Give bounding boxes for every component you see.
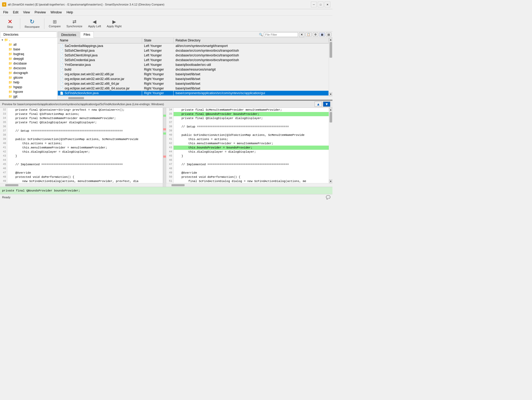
table-row[interactable]: 📄SaCredentialMappings.javaLeft Youngeral…: [58, 43, 329, 48]
table-row[interactable]: 📄YmlGenerator.javaLeft Youngerbase/q/boo…: [58, 62, 329, 67]
line-number: 43: [166, 146, 174, 150]
file-state-cell: Right Younger: [142, 77, 173, 81]
right-scroll-down[interactable]: ▼: [329, 179, 333, 183]
table-row[interactable]: 📄ScFindActionAction.javaRight Youngerbas…: [58, 91, 329, 95]
menu-window[interactable]: Window: [49, 10, 64, 15]
sidebar-item-root[interactable]: ▼ 📁 .: [0, 38, 58, 42]
line-number: 41: [0, 146, 7, 150]
right-vscrollbar[interactable]: ▲ ▼: [329, 108, 332, 183]
file-name-cell: 📄SdSshClientUiImpl.java: [58, 53, 142, 58]
file-hscrollbar[interactable]: [58, 96, 332, 100]
sidebar-item-hgcore[interactable]: 📁 hgcore: [0, 89, 58, 94]
sidebar-item-deepgit[interactable]: 📁 deepgit: [0, 56, 58, 61]
filter-option-3[interactable]: ▦: [319, 33, 325, 36]
diff-right-pane[interactable]: 34 private final ScMenuItemNameProvider …: [166, 108, 329, 183]
bottom-bar: private final QBoundsProvider boundsProv…: [0, 187, 332, 194]
sidebar-item-jgit[interactable]: 📁 jgit: [0, 94, 58, 98]
sidebar-item-base[interactable]: 📁 base: [0, 47, 58, 52]
scroll-up-button[interactable]: ▲: [329, 38, 333, 41]
table-row[interactable]: 📄org.eclipse.swt.win32.win32.x86.jarRigh…: [58, 72, 329, 77]
sidebar-item-dvcsgraph[interactable]: 📁 dvcsgraph: [0, 71, 58, 75]
line-content: protected void doPerformAction() {: [7, 175, 163, 179]
diff-line-left: 37 // Setup ============================…: [0, 129, 163, 133]
file-filter-input[interactable]: [264, 32, 298, 37]
menu-view[interactable]: View: [21, 10, 32, 15]
close-button[interactable]: ✕: [325, 2, 330, 7]
left-hscrollbar[interactable]: [0, 183, 163, 187]
file-state-cell: Right Younger: [142, 91, 173, 95]
col-name[interactable]: Name: [58, 38, 142, 43]
right-scroll-thumb[interactable]: [330, 112, 332, 122]
stop-button[interactable]: ✕ Stop: [2, 17, 18, 30]
sidebar-item-help[interactable]: 📁 help: [0, 80, 58, 85]
synchronize-button[interactable]: ⇄ Synchronize: [64, 17, 85, 30]
tab-directories[interactable]: Directories: [58, 32, 80, 38]
line-content: }: [174, 154, 329, 158]
line-number: 48: [166, 167, 174, 171]
line-content: private final QDialogDisplayer dialogDis…: [7, 120, 163, 125]
line-content: public ScFindActionAction(QIdToActionMap…: [174, 133, 329, 137]
menu-file[interactable]: File: [1, 10, 10, 15]
line-number: 37: [0, 129, 7, 133]
line-content: this.boundsProvider = boundsProvider;: [174, 146, 329, 150]
filter-option-4[interactable]: ▤: [326, 33, 331, 36]
status-icon: 💬: [326, 195, 330, 199]
folder-icon: 📁: [8, 71, 12, 75]
table-row[interactable]: 📄SdSshClientImpl.javaLeft Youngerdvcsbas…: [58, 48, 329, 53]
diff-line-left: 40 this.actions = actions;: [0, 141, 163, 146]
scroll-thumb[interactable]: [330, 42, 332, 58]
right-hscrollbar[interactable]: [166, 183, 329, 187]
diff-line-left: 44: [0, 158, 163, 162]
directories-tab[interactable]: Directories: [0, 31, 57, 38]
sidebar-item-hgapp[interactable]: 📁 hgapp: [0, 85, 58, 89]
sidebar-item-dvcsbase[interactable]: 📁 dvcsbase: [0, 61, 58, 66]
sidebar-item-all[interactable]: 📁 all: [0, 42, 58, 47]
file-table-wrapper[interactable]: Name State Relative Directory 📄SaCredent…: [58, 38, 329, 96]
line-number: 39: [0, 137, 7, 141]
menu-edit[interactable]: Edit: [11, 10, 20, 15]
col-dir[interactable]: Relative Directory: [173, 38, 329, 43]
minimize-button[interactable]: ─: [311, 2, 317, 7]
scroll-down-button[interactable]: ▼: [329, 92, 333, 96]
filter-option-1[interactable]: 📋: [305, 33, 312, 36]
table-row[interactable]: 📄SdSshCredential.javaLeft Youngerdvcsbas…: [58, 58, 329, 62]
sidebar-item-gitcore[interactable]: 📁 gitcore: [0, 75, 58, 80]
file-name-cell: 📄SdSshCredential.java: [58, 58, 142, 62]
toolbar: ✕ Stop ↻ Recompare ⊞ Compare ⇄ Synchroni…: [0, 16, 332, 31]
filter-option-2[interactable]: ⚙: [313, 33, 318, 36]
compare-button[interactable]: ⊞ Compare: [46, 17, 63, 30]
menu-preview[interactable]: Preview: [33, 10, 48, 15]
diff-left-pane[interactable]: 32 private final QContainer<String> prev…: [0, 108, 163, 183]
apply-left-button[interactable]: ◀ Apply Left: [86, 17, 103, 30]
sidebar-item-bugtraq[interactable]: 📁 bugtraq: [0, 52, 58, 56]
table-row[interactable]: 📄org.eclipse.swt.win32.win32.x86_64.sour…: [58, 86, 329, 91]
menu-help[interactable]: Help: [64, 10, 75, 15]
clear-filter-button[interactable]: ✕: [299, 32, 304, 37]
line-content: }: [7, 154, 163, 158]
diff-line-left: 45 // Implemented ======================…: [0, 162, 163, 167]
line-number: 33: [0, 112, 7, 116]
line-number: 36: [166, 116, 174, 120]
prev-diff-button[interactable]: ▲: [315, 102, 322, 107]
tab-files[interactable]: Files: [80, 31, 93, 38]
synchronize-label: Synchronize: [66, 25, 82, 28]
col-state[interactable]: State: [142, 38, 173, 43]
file-state-cell: Right Younger: [142, 72, 173, 77]
file-vscrollbar[interactable]: ▲ ▼: [329, 38, 332, 96]
file-dir-cell: all/src/com/syntevo/smartgit/transport: [173, 43, 329, 48]
maximize-button[interactable]: □: [318, 2, 324, 7]
table-row[interactable]: 📄org.eclipse.swt.win32.win32.x86_64.jarR…: [58, 81, 329, 86]
table-row[interactable]: 📄buildRight Youngerdvcsbase/resources/sm…: [58, 67, 329, 72]
apply-right-button[interactable]: ▶ Apply Right: [105, 17, 124, 30]
sidebar-item-dvcscore[interactable]: 📁 dvcscore: [0, 66, 58, 71]
table-row[interactable]: 📄SdSshClientUiImpl.javaLeft Youngerdvcsb…: [58, 53, 329, 58]
recompare-button[interactable]: ↻ Recompare: [22, 17, 42, 30]
content-row: Directories ▼ 📁 . 📁 all 📁: [0, 31, 332, 200]
file-state-cell: Left Younger: [142, 53, 173, 58]
next-diff-button[interactable]: ▼: [323, 102, 330, 107]
left-hscroll-thumb: [5, 184, 18, 186]
right-scroll-up[interactable]: ▲: [329, 108, 333, 111]
line-number: 43: [0, 154, 7, 158]
table-row[interactable]: 📄org.eclipse.swt.win32.win32.x86.source.…: [58, 77, 329, 81]
status-text: Ready: [2, 196, 324, 199]
